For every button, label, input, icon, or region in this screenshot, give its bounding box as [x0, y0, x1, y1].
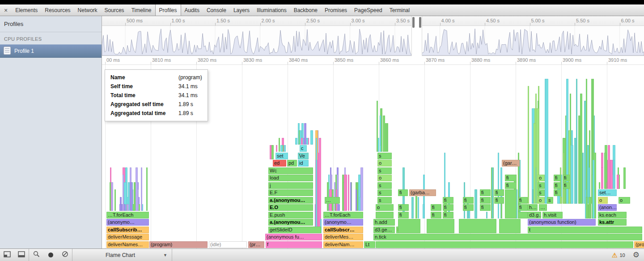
- tab-terminal[interactable]: Terminal: [386, 4, 413, 16]
- flame-bar[interactable]: (anon…: [598, 204, 617, 211]
- flame-bar[interactable]: fi: [494, 197, 504, 204]
- flame-bar[interactable]: fi: [480, 197, 491, 204]
- flame-bar[interactable]: [601, 167, 603, 189]
- flame-bar[interactable]: (pro…: [634, 241, 644, 248]
- flame-bar[interactable]: [377, 101, 378, 152]
- close-icon[interactable]: ×: [0, 4, 12, 16]
- flame-bar[interactable]: c: [300, 145, 307, 152]
- flame-bar[interactable]: [578, 116, 580, 204]
- dock-button[interactable]: [0, 249, 14, 261]
- flame-bar[interactable]: [310, 130, 313, 145]
- flame-bar[interactable]: (anonymo…: [323, 219, 363, 226]
- flame-bar[interactable]: [593, 160, 594, 218]
- flame-bar[interactable]: ks.attr: [598, 219, 627, 226]
- flame-bar[interactable]: [599, 182, 600, 189]
- selection-handle-right[interactable]: [419, 17, 421, 28]
- flame-bar[interactable]: [574, 138, 576, 204]
- flame-bar[interactable]: [348, 175, 349, 211]
- tab-elements[interactable]: Elements: [12, 4, 41, 16]
- flame-bar[interactable]: E.push: [268, 212, 313, 218]
- flame-bar[interactable]: [411, 197, 414, 218]
- flame-bar[interactable]: [518, 212, 528, 218]
- tab-sources[interactable]: Sources: [101, 4, 128, 16]
- flame-bar[interactable]: (garba…: [409, 189, 436, 196]
- flame-bar[interactable]: Ve: [298, 153, 309, 159]
- flame-bar[interactable]: (idle): [209, 241, 247, 248]
- tab-layers[interactable]: Layers: [230, 4, 253, 16]
- flame-bar[interactable]: d3.ge…: [373, 227, 395, 233]
- flame-bar[interactable]: (program): [149, 241, 208, 248]
- warning-count[interactable]: 10: [620, 252, 625, 258]
- overview-ruler[interactable]: 500 ms1.00 s1.50 s2.00 s2.50 s3.00 s3.50…: [102, 16, 644, 26]
- flame-bar[interactable]: [284, 145, 286, 152]
- flame-bar[interactable]: o: [538, 197, 545, 204]
- flame-bar[interactable]: s: [547, 197, 553, 204]
- flame-bar[interactable]: [327, 182, 329, 211]
- flame-bar[interactable]: [360, 167, 363, 211]
- flame-bar[interactable]: [381, 108, 382, 152]
- clear-button[interactable]: [58, 249, 72, 261]
- flame-bar[interactable]: [571, 145, 573, 204]
- flame-bar[interactable]: fi: [554, 189, 561, 196]
- flame-bar[interactable]: load: [268, 175, 313, 181]
- flame-bar[interactable]: s: [377, 153, 392, 159]
- flame-bar[interactable]: o: [377, 175, 392, 181]
- tab-timeline[interactable]: Timeline: [128, 4, 155, 16]
- flame-bar[interactable]: callSubscr…: [323, 227, 363, 233]
- flame-bar[interactable]: o: [598, 197, 608, 204]
- flame-bar[interactable]: [623, 167, 626, 189]
- flame-bar[interactable]: [576, 79, 577, 204]
- tab-promises[interactable]: Promises: [321, 4, 351, 16]
- flame-bar[interactable]: [304, 123, 306, 145]
- flame-bar[interactable]: fi: [480, 204, 491, 211]
- flame-bar[interactable]: E.F: [268, 189, 313, 196]
- flame-bar[interactable]: h.visit: [542, 212, 563, 218]
- overview-selection[interactable]: [411, 16, 422, 56]
- flame-bar[interactable]: f: [266, 241, 322, 248]
- flame-bar[interactable]: [130, 182, 132, 211]
- tab-pagespeed[interactable]: PageSpeed: [351, 4, 386, 16]
- flame-bar[interactable]: [276, 145, 277, 152]
- flame-bar[interactable]: [119, 204, 121, 211]
- flame-bar[interactable]: Lt: [364, 241, 375, 248]
- flame-bar[interactable]: [295, 138, 297, 145]
- flame-bar[interactable]: (anonymo…: [106, 219, 149, 226]
- flame-bar[interactable]: [418, 197, 419, 218]
- flame-bar[interactable]: set: [275, 153, 288, 159]
- flame-bar[interactable]: [338, 204, 340, 211]
- selection-handle-left[interactable]: [412, 17, 415, 28]
- flame-bar[interactable]: [344, 175, 346, 211]
- flame-bar[interactable]: [146, 167, 148, 211]
- flame-bar[interactable]: [316, 138, 317, 233]
- flame-bar[interactable]: fi: [554, 175, 561, 181]
- flame-bar[interactable]: fi: [398, 212, 409, 218]
- flame-bar[interactable]: fi: [518, 204, 528, 211]
- flame-bar[interactable]: [398, 219, 420, 233]
- flame-bar[interactable]: d3.g…: [528, 212, 541, 218]
- flame-bar[interactable]: [586, 197, 588, 218]
- flame-bar[interactable]: fi: [463, 204, 474, 211]
- flame-bar[interactable]: o: [538, 175, 545, 181]
- flame-bar[interactable]: (anonymous fu…: [265, 234, 322, 240]
- flame-bar[interactable]: s: [377, 182, 392, 189]
- flame-bar[interactable]: deliverMes…: [323, 234, 363, 240]
- sidebar-item-profile-1[interactable]: Profile 1: [0, 44, 102, 58]
- flame-bar[interactable]: j: [268, 182, 313, 189]
- flame-bar[interactable]: fi: [518, 197, 528, 204]
- tab-console[interactable]: Console: [203, 4, 230, 16]
- flame-bar[interactable]: fi: [563, 175, 570, 181]
- flame-bar[interactable]: h…: [528, 204, 538, 211]
- flame-chart-select[interactable]: Flame Chart ▼: [101, 249, 172, 261]
- flame-bar[interactable]: [617, 175, 619, 189]
- flame-bar[interactable]: E.O: [268, 204, 313, 211]
- flame-bar[interactable]: [110, 182, 111, 211]
- flame-bar[interactable]: s: [538, 182, 545, 189]
- flame-bar[interactable]: [582, 153, 584, 204]
- flame-bar[interactable]: [350, 182, 352, 211]
- flame-bar[interactable]: fi: [443, 204, 453, 211]
- flame-bar[interactable]: [357, 182, 358, 211]
- flame-bar[interactable]: set…: [598, 189, 617, 196]
- flame-bar[interactable]: h.add: [373, 219, 395, 226]
- flame-bar[interactable]: [545, 79, 546, 204]
- flame-bar[interactable]: deliverNames…: [106, 241, 149, 248]
